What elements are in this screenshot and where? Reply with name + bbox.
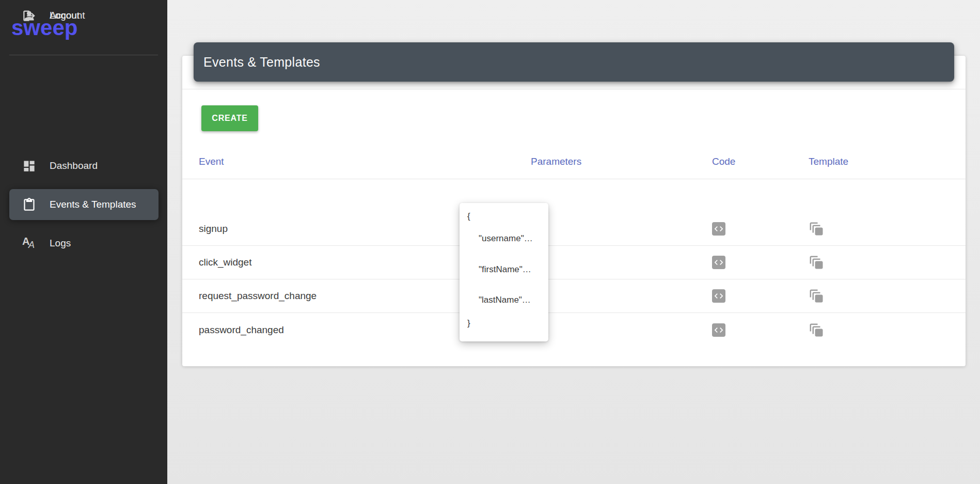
letters-aa-icon: A A	[22, 237, 36, 251]
table-row: request_password_change	[182, 279, 966, 313]
sidebar-item-logout[interactable]: Logout	[9, 0, 159, 31]
code-icon[interactable]	[712, 289, 725, 303]
copy-template-icon[interactable]	[809, 288, 824, 304]
page-header-bar: Events & Templates	[194, 42, 954, 82]
popup-json-line: }	[467, 318, 470, 329]
sidebar-item-label: Logout	[50, 10, 80, 21]
sidebar-item-label: Events & Templates	[50, 199, 136, 210]
event-name: request_password_change	[199, 290, 317, 302]
table-header-divider	[182, 179, 966, 179]
event-name: password_changed	[199, 324, 284, 336]
table-row: password_changed	[182, 313, 966, 347]
popup-json-line: "lastName"…	[479, 295, 531, 305]
popup-json-line: "username"…	[479, 233, 533, 244]
copy-template-icon[interactable]	[809, 255, 824, 270]
column-header-code: Code	[712, 156, 735, 167]
sidebar: sweep Dashboard Events & Templates A A L…	[0, 0, 167, 484]
popup-json-line: {	[467, 211, 470, 222]
dashboard-icon	[22, 159, 36, 173]
main-content: Events & Templates CREATE Event Paramete…	[167, 0, 980, 484]
app-window: sweep Dashboard Events & Templates A A L…	[0, 0, 980, 484]
sidebar-item-label: Dashboard	[50, 160, 98, 171]
column-header-event: Event	[199, 156, 224, 167]
event-name: click_widget	[199, 257, 251, 268]
sidebar-item-logs[interactable]: A A Logs	[9, 228, 159, 259]
sidebar-divider	[9, 55, 158, 55]
sidebar-item-label: Logs	[50, 238, 71, 249]
column-header-parameters: Parameters	[531, 156, 581, 167]
sidebar-item-events-templates[interactable]: Events & Templates	[9, 189, 159, 220]
aa-icon-italic-a: A	[28, 240, 35, 251]
copy-template-icon[interactable]	[809, 221, 824, 237]
sidebar-item-dashboard[interactable]: Dashboard	[9, 150, 159, 181]
page-title: Events & Templates	[203, 55, 320, 70]
table-row: click_widget	[182, 246, 966, 279]
code-icon[interactable]	[712, 323, 725, 337]
clipboard-icon	[22, 198, 36, 212]
table-row: signup ( )	[182, 212, 966, 246]
parameters-popup: { "username"… "firstName"… "lastName"… }	[460, 203, 548, 341]
code-icon[interactable]	[712, 222, 725, 236]
logout-icon	[22, 9, 36, 23]
event-name: signup	[199, 223, 228, 235]
code-icon[interactable]	[712, 256, 725, 269]
column-header-template: Template	[809, 156, 848, 167]
copy-template-icon[interactable]	[809, 322, 824, 338]
create-button[interactable]: CREATE	[201, 105, 258, 131]
content-card: CREATE Event Parameters Code Template si…	[182, 56, 966, 366]
popup-json-line: "firstName"…	[479, 264, 531, 275]
